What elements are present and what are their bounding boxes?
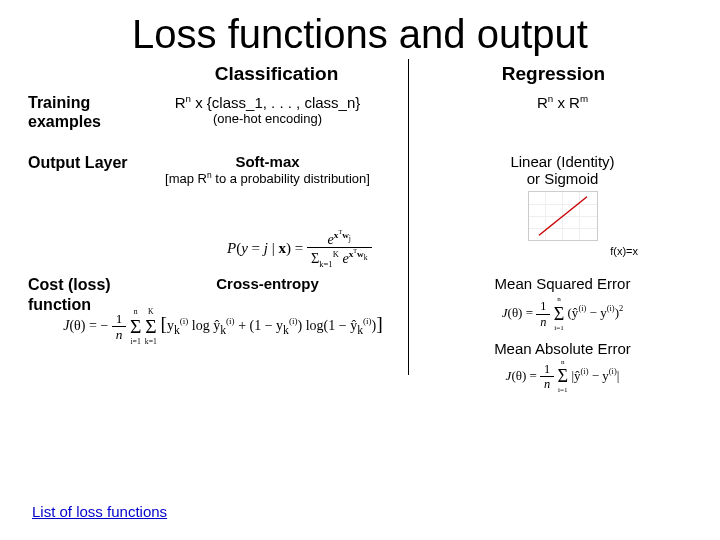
training-classification: Rn x {class_1, . . . , class_n} (one-hot… xyxy=(138,93,415,126)
output-regression: Linear (Identity) or Sigmoid xyxy=(415,153,692,241)
mse-label: Mean Squared Error xyxy=(433,275,692,292)
col-header-classification: Classification xyxy=(138,63,415,85)
mae-formula: J(θ) = 1n nΣi=1 |ŷ(i) − y(i)| xyxy=(433,359,692,394)
regression-sigmoid: or Sigmoid xyxy=(433,170,692,187)
identity-plot xyxy=(528,191,598,241)
softmax-heading: Soft-max xyxy=(138,153,397,170)
cost-classification: Cross-entropy xyxy=(138,275,415,292)
softmax-formula: P(y = j | x) = exTwj Σk=1K exTwk xyxy=(223,227,376,272)
cross-entropy-formula: J(θ) = − 1n nΣi=1 KΣk=1 [yk(i) log ŷk(i)… xyxy=(28,308,418,345)
column-divider xyxy=(408,59,409,375)
slide-title: Loss functions and output xyxy=(28,12,692,57)
training-regression: Rn x Rm xyxy=(415,93,692,111)
softmax-sub: [map Rn to a probability distribution] xyxy=(138,170,397,186)
training-class-sub: (one-hot encoding) xyxy=(138,111,397,126)
mse-formula: J(θ) = 1n nΣi=1 (ŷ(i) − y(i))2 xyxy=(433,296,692,331)
cost-regression: Mean Squared Error J(θ) = 1n nΣi=1 (ŷ(i)… xyxy=(415,275,692,394)
regression-linear: Linear (Identity) xyxy=(433,153,692,170)
row-label-output: Output Layer xyxy=(28,153,138,172)
output-classification: Soft-max [map Rn to a probability distri… xyxy=(138,153,415,234)
mae-label: Mean Absolute Error xyxy=(433,340,692,357)
col-header-regression: Regression xyxy=(415,63,692,85)
row-label-training: Training examples xyxy=(28,93,138,131)
loss-functions-link[interactable]: List of loss functions xyxy=(32,503,167,520)
training-class-main: Rn x {class_1, . . . , class_n} xyxy=(138,93,397,111)
cross-entropy-label: Cross-entropy xyxy=(138,275,397,292)
svg-line-0 xyxy=(539,197,587,235)
column-headers: Classification Regression xyxy=(28,63,692,85)
row-training-examples: Training examples Rn x {class_1, . . . ,… xyxy=(28,93,692,131)
